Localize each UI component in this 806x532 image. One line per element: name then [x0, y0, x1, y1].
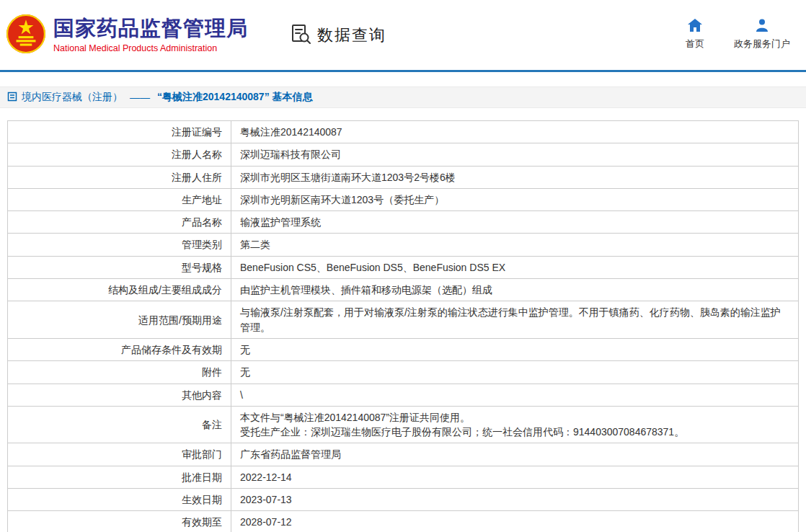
- field-value: 与输液泵/注射泵配套，用于对输液泵/注射泵的输注状态进行集中监护管理。不用于镇痛…: [231, 301, 799, 339]
- breadcrumb-current: “粤械注准20142140087” 基本信息: [157, 91, 313, 104]
- nav-item-label: 首页: [686, 37, 704, 50]
- field-label: 管理类别: [8, 234, 231, 256]
- field-label: 注册人名称: [8, 143, 231, 166]
- data-query-section[interactable]: 数据查询: [290, 23, 386, 48]
- table-row: 审批部门 广东省药品监督管理局: [8, 443, 799, 466]
- page-header: 国家药品监督管理局 National Medical Products Admi…: [0, 0, 806, 70]
- field-value: 粤械注准20142140087: [231, 121, 799, 143]
- table-row: 其他内容 \: [8, 384, 799, 406]
- header-nav: 首页 政务服务门户: [681, 19, 790, 52]
- table-row: 结构及组成/主要组成成分 由监护主机管理模块、插件箱和移动电源架（选配）组成: [8, 279, 799, 301]
- field-label: 审批部门: [8, 443, 231, 466]
- person-icon: [755, 19, 769, 34]
- table-row: 产品名称 输液监护管理系统: [8, 211, 799, 234]
- field-value: BeneFusion CS5、BeneFusion DS5、BeneFusion…: [231, 256, 799, 278]
- field-label: 其他内容: [8, 384, 231, 406]
- home-icon: [688, 19, 702, 34]
- data-query-icon: [290, 23, 311, 48]
- field-value: 本文件与“粤械注准20142140087”注册证共同使用。 受托生产企业：深圳迈…: [231, 406, 799, 443]
- table-row: 型号规格 BeneFusion CS5、BeneFusion DS5、BeneF…: [8, 256, 799, 278]
- field-value: 广东省药品监督管理局: [231, 443, 799, 466]
- field-value: \: [231, 384, 799, 406]
- table-row: 批准日期 2022-12-14: [8, 466, 799, 488]
- field-label: 结构及组成/主要组成成分: [8, 279, 231, 301]
- table-row: 生效日期 2023-07-13: [8, 489, 799, 511]
- table-row: 管理类别 第二类: [8, 234, 799, 256]
- table-row: 注册证编号 粤械注准20142140087: [8, 121, 799, 143]
- field-value: 第二类: [231, 234, 799, 256]
- table-row: 备注 本文件与“粤械注准20142140087”注册证共同使用。 受托生产企业：…: [8, 406, 799, 443]
- field-label: 生效日期: [8, 489, 231, 511]
- logo-text: 国家药品监督管理局 National Medical Products Admi…: [53, 17, 248, 53]
- breadcrumb-separator: ——: [130, 92, 150, 103]
- field-value: 无: [231, 338, 799, 360]
- field-label: 型号规格: [8, 256, 231, 278]
- data-query-label: 数据查询: [317, 25, 386, 46]
- field-label: 附件: [8, 361, 231, 384]
- field-value: 2028-07-12: [231, 511, 799, 532]
- table-row: 生产地址 深圳市光明新区南环大道1203号（委托生产）: [8, 188, 799, 210]
- header-divider: [0, 70, 806, 72]
- nmpa-logo[interactable]: 国家药品监督管理局 National Medical Products Admi…: [6, 14, 248, 57]
- breadcrumb-icon: [7, 92, 17, 104]
- field-value: 输液监护管理系统: [231, 211, 799, 234]
- field-label: 注册人住所: [8, 166, 231, 188]
- field-value: 2022-12-14: [231, 466, 799, 488]
- field-value: 深圳迈瑞科技有限公司: [231, 143, 799, 166]
- nav-item-home[interactable]: 首页: [681, 19, 709, 50]
- table-row: 有效期至 2028-07-12: [8, 511, 799, 532]
- org-title-cn: 国家药品监督管理局: [53, 17, 248, 40]
- table-row: 产品储存条件及有效期 无: [8, 338, 799, 360]
- nav-item-label: 政务服务门户: [734, 37, 790, 50]
- field-label: 有效期至: [8, 511, 231, 532]
- breadcrumb-category[interactable]: 境内医疗器械（注册）: [22, 91, 123, 104]
- table-row: 注册人住所 深圳市光明区玉塘街道南环大道1203号2号楼6楼: [8, 166, 799, 188]
- field-value: 深圳市光明新区南环大道1203号（委托生产）: [231, 188, 799, 210]
- field-label: 备注: [8, 406, 231, 443]
- field-label: 生产地址: [8, 188, 231, 210]
- table-row: 注册人名称 深圳迈瑞科技有限公司: [8, 143, 799, 166]
- breadcrumb: 境内医疗器械（注册） —— “粤械注准20142140087” 基本信息: [0, 87, 806, 108]
- field-label: 适用范围/预期用途: [8, 301, 231, 339]
- field-value: 无: [231, 361, 799, 384]
- field-label: 批准日期: [8, 466, 231, 488]
- table-row: 附件 无: [8, 361, 799, 384]
- field-value: 深圳市光明区玉塘街道南环大道1203号2号楼6楼: [231, 166, 799, 188]
- field-value: 由监护主机管理模块、插件箱和移动电源架（选配）组成: [231, 279, 799, 301]
- nav-item-gov-portal[interactable]: 政务服务门户: [734, 19, 790, 50]
- table-row: 适用范围/预期用途 与输液泵/注射泵配套，用于对输液泵/注射泵的输注状态进行集中…: [8, 301, 799, 339]
- field-label: 产品储存条件及有效期: [8, 338, 231, 360]
- national-emblem-icon: [6, 14, 46, 57]
- registration-detail-table: 注册证编号 粤械注准20142140087 注册人名称 深圳迈瑞科技有限公司 注…: [7, 120, 799, 532]
- field-value: 2023-07-13: [231, 489, 799, 511]
- field-label: 注册证编号: [8, 121, 231, 143]
- field-label: 产品名称: [8, 211, 231, 234]
- org-title-en: National Medical Products Administration: [53, 43, 248, 53]
